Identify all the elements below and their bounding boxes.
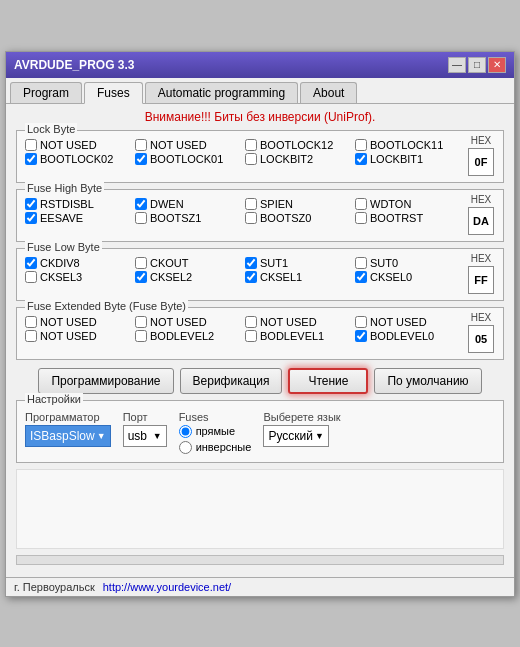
lock-byte-hex: HEX 0F — [467, 135, 495, 176]
checkbox-cksel2[interactable] — [135, 271, 147, 283]
checkbox-bootlock01[interactable] — [135, 153, 147, 165]
window-controls: — □ ✕ — [448, 57, 506, 73]
tab-about[interactable]: About — [300, 82, 357, 103]
checkbox-bootsz0[interactable] — [245, 212, 257, 224]
fuse-extended-checkboxes: NOT USED NOT USED NOT USED NOT USED NOT … — [25, 312, 461, 353]
tab-program[interactable]: Program — [10, 82, 82, 103]
checkbox-bodlevel2[interactable] — [135, 330, 147, 342]
language-col: Выберете язык Русский ▼ — [263, 411, 340, 447]
checkbox-eesave[interactable] — [25, 212, 37, 224]
fuses-radio-direct-input[interactable] — [179, 425, 192, 438]
checkbox-bootlock12[interactable] — [245, 139, 257, 151]
tab-bar: Program Fuses Automatic programming Abou… — [6, 78, 514, 104]
tab-automatic[interactable]: Automatic programming — [145, 82, 298, 103]
fuse-high-hex-label: HEX — [471, 194, 492, 205]
maximize-button[interactable]: □ — [468, 57, 486, 73]
programmer-select[interactable]: ISBaspSlow ▼ — [25, 425, 111, 447]
fuses-direct-label: прямые — [196, 425, 236, 437]
read-button[interactable]: Чтение — [288, 368, 368, 394]
list-item: NOT USED — [355, 316, 461, 328]
fuse-extended-hex: HEX 05 — [467, 312, 495, 353]
tab-fuses[interactable]: Fuses — [84, 82, 143, 104]
fuses-radio-inverse: инверсные — [179, 441, 252, 454]
fuse-high-hex: HEX DA — [467, 194, 495, 235]
fuses-label: Fuses — [179, 411, 252, 423]
checkbox-notused-ext-3[interactable] — [245, 316, 257, 328]
fuses-radio-inverse-input[interactable] — [179, 441, 192, 454]
fuses-col: Fuses прямые инверсные — [179, 411, 252, 454]
checkbox-notused-ext-5[interactable] — [25, 330, 37, 342]
checkbox-bodlevel0[interactable] — [355, 330, 367, 342]
checkbox-spien[interactable] — [245, 198, 257, 210]
checkbox-cksel0[interactable] — [355, 271, 367, 283]
checkbox-ckdiv8[interactable] — [25, 257, 37, 269]
list-item: BOOTLOCK01 — [135, 153, 241, 165]
list-item: BOOTSZ0 — [245, 212, 351, 224]
programmer-label: Программатор — [25, 411, 111, 423]
scrollbar[interactable] — [16, 555, 504, 565]
main-window: AVRDUDE_PROG 3.3 — □ ✕ Program Fuses Aut… — [5, 51, 515, 597]
list-item: BOOTSZ1 — [135, 212, 241, 224]
checkbox-notused-ext-1[interactable] — [25, 316, 37, 328]
fuses-radio-group: прямые инверсные — [179, 425, 252, 454]
checkbox-lockbit1[interactable] — [355, 153, 367, 165]
port-value: usb — [128, 429, 147, 443]
list-item: NOT USED — [135, 316, 241, 328]
port-label: Порт — [123, 411, 167, 423]
list-item: BOOTLOCK11 — [355, 139, 461, 151]
port-dropdown-icon: ▼ — [153, 431, 162, 441]
programmer-dropdown-icon: ▼ — [97, 431, 106, 441]
checkbox-lockbit2[interactable] — [245, 153, 257, 165]
list-item: WDTON — [355, 198, 461, 210]
fuse-ext-hex-value: 05 — [468, 325, 494, 353]
list-item: CKSEL1 — [245, 271, 351, 283]
list-item: CKOUT — [135, 257, 241, 269]
verify-button[interactable]: Верификация — [180, 368, 283, 394]
window-title: AVRDUDE_PROG 3.3 — [14, 58, 134, 72]
status-city: г. Первоуральск — [14, 581, 95, 593]
lock-byte-grid: NOT USED NOT USED BOOTLOCK12 BOOTLOCK11 … — [25, 139, 461, 165]
language-select[interactable]: Русский ▼ — [263, 425, 328, 447]
list-item: RSTDISBL — [25, 198, 131, 210]
fuse-high-content: RSTDISBL DWEN SPIEN WDTON EESAVE BOOTSZ1… — [25, 194, 495, 235]
list-item: SUT0 — [355, 257, 461, 269]
checkbox-bodlevel1[interactable] — [245, 330, 257, 342]
checkbox-sut1[interactable] — [245, 257, 257, 269]
fuse-low-grid: CKDIV8 CKOUT SUT1 SUT0 CKSEL3 CKSEL2 CKS… — [25, 257, 461, 283]
checkbox-wdton[interactable] — [355, 198, 367, 210]
title-bar: AVRDUDE_PROG 3.3 — □ ✕ — [6, 52, 514, 78]
status-url[interactable]: http://www.yourdevice.net/ — [103, 581, 231, 593]
port-select[interactable]: usb ▼ — [123, 425, 167, 447]
checkbox-notused-ext-4[interactable] — [355, 316, 367, 328]
close-button[interactable]: ✕ — [488, 57, 506, 73]
list-item: SPIEN — [245, 198, 351, 210]
fuse-ext-hex-label: HEX — [471, 312, 492, 323]
warning-text: Внимание!!! Биты без инверсии (UniProf). — [16, 110, 504, 124]
default-button[interactable]: По умолчанию — [374, 368, 481, 394]
checkbox-dwen[interactable] — [135, 198, 147, 210]
list-item: BOOTLOCK02 — [25, 153, 131, 165]
checkbox-rstdisbl[interactable] — [25, 198, 37, 210]
checkbox-cksel1[interactable] — [245, 271, 257, 283]
checkbox-bootsz1[interactable] — [135, 212, 147, 224]
checkbox-sut0[interactable] — [355, 257, 367, 269]
checkbox-not-used-1[interactable] — [25, 139, 37, 151]
fuse-extended-content: NOT USED NOT USED NOT USED NOT USED NOT … — [25, 312, 495, 353]
fuse-high-checkboxes: RSTDISBL DWEN SPIEN WDTON EESAVE BOOTSZ1… — [25, 194, 461, 235]
list-item: CKDIV8 — [25, 257, 131, 269]
content-area: Внимание!!! Биты без инверсии (UniProf).… — [6, 104, 514, 577]
checkbox-bootlock02[interactable] — [25, 153, 37, 165]
checkbox-ckout[interactable] — [135, 257, 147, 269]
programmer-col: Программатор ISBaspSlow ▼ — [25, 411, 111, 447]
list-item: NOT USED — [135, 139, 241, 151]
programming-button[interactable]: Программирование — [38, 368, 173, 394]
list-item: SUT1 — [245, 257, 351, 269]
list-item: DWEN — [135, 198, 241, 210]
list-item: NOT USED — [245, 316, 351, 328]
checkbox-cksel3[interactable] — [25, 271, 37, 283]
checkbox-not-used-2[interactable] — [135, 139, 147, 151]
checkbox-bootrst[interactable] — [355, 212, 367, 224]
checkbox-bootlock11[interactable] — [355, 139, 367, 151]
minimize-button[interactable]: — — [448, 57, 466, 73]
checkbox-notused-ext-2[interactable] — [135, 316, 147, 328]
